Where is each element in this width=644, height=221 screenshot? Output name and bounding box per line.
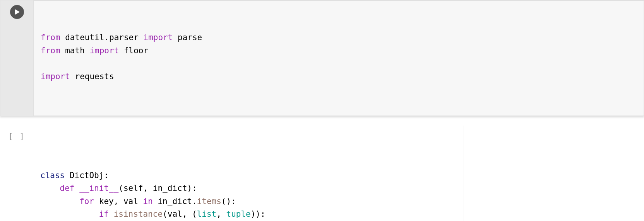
cell-gutter: [ ] [0, 126, 33, 221]
execution-count: [ ] [8, 130, 25, 143]
cell-gutter [0, 0, 34, 116]
code-cell: [ ] class DictObj: def __init__(self, in… [0, 126, 644, 221]
code-content: class DictObj: def __init__(self, in_dic… [40, 169, 644, 221]
svg-marker-0 [15, 9, 20, 15]
ruler-line [464, 126, 464, 221]
code-content: from dateutil.parser import parse from m… [41, 31, 644, 83]
notebook: from dateutil.parser import parse from m… [0, 0, 644, 221]
play-icon [14, 9, 20, 15]
run-button[interactable] [10, 5, 24, 19]
code-cell: from dateutil.parser import parse from m… [0, 0, 644, 116]
code-editor[interactable]: class DictObj: def __init__(self, in_dic… [33, 126, 644, 221]
code-editor[interactable]: from dateutil.parser import parse from m… [34, 0, 644, 116]
